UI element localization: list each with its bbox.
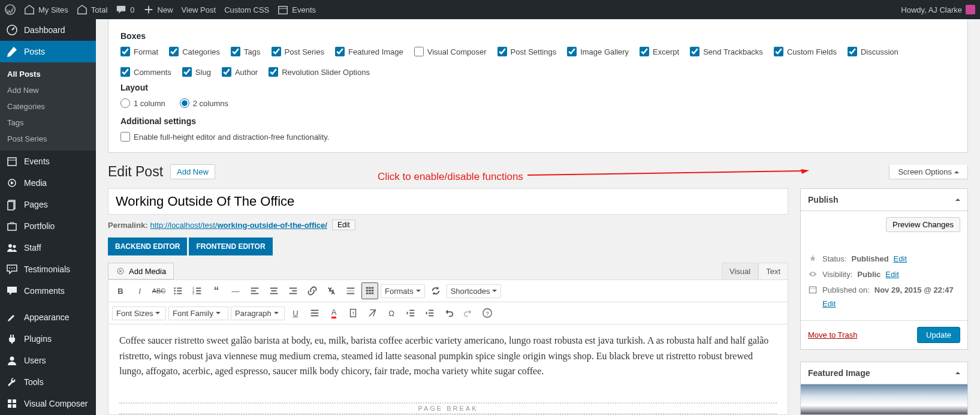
svg-rect-41 <box>290 293 297 294</box>
font-family-select[interactable]: Font Family <box>168 306 228 320</box>
preview-changes-button[interactable]: Preview Changes <box>886 217 960 232</box>
box-toggle-excerpt[interactable]: Excerpt <box>640 47 679 56</box>
permalink-url[interactable]: http://localhost/test/working-outside-of… <box>150 221 327 230</box>
indent-icon[interactable] <box>421 305 438 321</box>
frontend-editor-button[interactable]: FRONTEND EDITOR <box>189 237 272 255</box>
update-button[interactable]: Update <box>917 327 960 343</box>
ol-icon[interactable]: 123 <box>189 282 206 299</box>
events-link[interactable]: Events <box>278 4 316 15</box>
backend-editor-button[interactable]: BACKEND EDITOR <box>108 237 187 255</box>
visual-tab[interactable]: Visual <box>722 263 758 279</box>
submenu-add-new[interactable]: Add New <box>0 82 96 98</box>
underline-icon[interactable]: U <box>287 305 304 321</box>
sidebar-item-comments[interactable]: Comments <box>0 280 96 302</box>
justify-icon[interactable] <box>306 305 323 321</box>
outdent-icon[interactable] <box>402 305 419 321</box>
date-edit-link[interactable]: Edit <box>822 299 960 308</box>
submenu-post-series[interactable]: Post Series <box>0 131 96 147</box>
sidebar-item-pages[interactable]: Pages <box>0 194 96 215</box>
sidebar-item-portfolio[interactable]: Portfolio <box>0 215 96 237</box>
sidebar-item-users[interactable]: Users <box>0 350 96 371</box>
editor-content[interactable]: Coffee saucer ristretto sweet galão bari… <box>108 324 788 396</box>
sidebar-item-appearance[interactable]: Appearance <box>0 306 96 328</box>
comments-bubble[interactable]: 0 <box>116 4 134 15</box>
sidebar-item-tools[interactable]: Tools <box>0 371 96 393</box>
text-color-icon[interactable]: A <box>325 305 342 321</box>
kitchen-sink-icon[interactable] <box>361 282 378 299</box>
add-media-button[interactable]: Add Media <box>108 263 174 279</box>
add-new-button[interactable]: Add New <box>170 164 215 179</box>
permalink-edit-button[interactable]: Edit <box>332 219 355 230</box>
box-toggle-featured-image[interactable]: Featured Image <box>335 47 403 56</box>
box-toggle-categories[interactable]: Categories <box>169 47 220 56</box>
more-icon[interactable] <box>342 282 359 299</box>
bold-icon[interactable]: B <box>112 282 129 299</box>
fullheight-toggle[interactable]: Enable full-height editor and distractio… <box>120 132 955 142</box>
howdy-user[interactable]: Howdy, AJ Clarke <box>901 5 975 14</box>
align-left-icon[interactable] <box>246 282 263 299</box>
sidebar-item-plugins[interactable]: Plugins <box>0 328 96 350</box>
hr-icon[interactable]: — <box>227 282 244 299</box>
box-toggle-visual-composer[interactable]: Visual Composer <box>414 47 487 56</box>
sidebar-item-testimonials[interactable]: Testimonials <box>0 258 96 280</box>
my-sites-link[interactable]: My Sites <box>24 4 68 15</box>
unlink-icon[interactable] <box>323 282 340 299</box>
box-toggle-format[interactable]: Format <box>120 47 158 56</box>
redo-icon[interactable] <box>460 305 477 321</box>
view-post-link[interactable]: View Post <box>182 5 216 14</box>
help-icon[interactable]: ? <box>479 305 496 321</box>
submenu-all-posts[interactable]: All Posts <box>0 66 96 82</box>
box-toggle-post-settings[interactable]: Post Settings <box>497 47 557 56</box>
box-toggle-send-trackbacks[interactable]: Send Trackbacks <box>690 47 763 56</box>
wp-logo[interactable] <box>5 4 16 15</box>
align-center-icon[interactable] <box>266 282 282 299</box>
align-right-icon[interactable] <box>285 282 301 299</box>
layout-2col[interactable]: 2 columns <box>180 98 228 108</box>
clear-format-icon[interactable] <box>364 305 381 321</box>
formats-select[interactable]: Formats <box>381 284 425 298</box>
paragraph-select[interactable]: Paragraph <box>231 306 285 320</box>
sidebar-item-events[interactable]: Events <box>0 151 96 172</box>
box-toggle-custom-fields[interactable]: Custom Fields <box>774 47 837 56</box>
svg-point-9 <box>13 245 16 248</box>
box-toggle-post-series[interactable]: Post Series <box>272 47 324 56</box>
sidebar-item-staff[interactable]: Staff <box>0 237 96 258</box>
featured-image-header[interactable]: Featured Image <box>801 362 967 384</box>
box-toggle-tags[interactable]: Tags <box>231 47 260 56</box>
sidebar-item-posts[interactable]: Posts <box>0 41 96 62</box>
box-toggle-author[interactable]: Author <box>222 67 258 77</box>
box-toggle-discussion[interactable]: Discussion <box>848 47 898 56</box>
shortcodes-select[interactable]: Shortcodes <box>447 284 502 298</box>
box-toggle-slug[interactable]: Slug <box>182 67 211 77</box>
undo-icon[interactable] <box>441 305 457 321</box>
screen-options-tab[interactable]: Screen Options <box>889 165 968 179</box>
sidebar-item-dashboard[interactable]: Dashboard <box>0 19 96 41</box>
sidebar-item-visual-composer[interactable]: Visual Composer <box>0 393 96 414</box>
ul-icon[interactable] <box>170 282 186 299</box>
submenu-tags[interactable]: Tags <box>0 115 96 131</box>
font-sizes-select[interactable]: Font Sizes <box>112 306 166 320</box>
italic-icon[interactable]: I <box>131 282 148 299</box>
paste-text-icon[interactable]: T <box>345 305 361 321</box>
refresh-icon[interactable] <box>427 282 444 299</box>
post-title-input[interactable] <box>108 188 788 215</box>
blockquote-icon[interactable]: “ <box>208 282 225 299</box>
featured-image-thumb[interactable] <box>801 384 967 414</box>
box-toggle-image-gallery[interactable]: Image Gallery <box>567 47 629 56</box>
status-edit-link[interactable]: Edit <box>894 254 907 263</box>
special-char-icon[interactable]: Ω <box>383 305 400 321</box>
site-link[interactable]: Total <box>77 4 107 15</box>
publish-header[interactable]: Publish <box>801 189 967 211</box>
new-link[interactable]: New <box>143 4 173 15</box>
strike-icon[interactable]: ABC <box>150 282 167 299</box>
custom-css-link[interactable]: Custom CSS <box>224 5 269 14</box>
move-to-trash-link[interactable]: Move to Trash <box>808 330 857 339</box>
sidebar-item-media[interactable]: Media <box>0 172 96 194</box>
submenu-categories[interactable]: Categories <box>0 98 96 115</box>
layout-1col[interactable]: 1 column <box>120 98 165 108</box>
visibility-edit-link[interactable]: Edit <box>885 270 898 279</box>
box-toggle-revolution-slider-options[interactable]: Revolution Slider Options <box>269 67 370 77</box>
box-toggle-comments[interactable]: Comments <box>120 67 171 77</box>
link-icon[interactable] <box>304 282 321 299</box>
text-tab[interactable]: Text <box>758 263 788 279</box>
